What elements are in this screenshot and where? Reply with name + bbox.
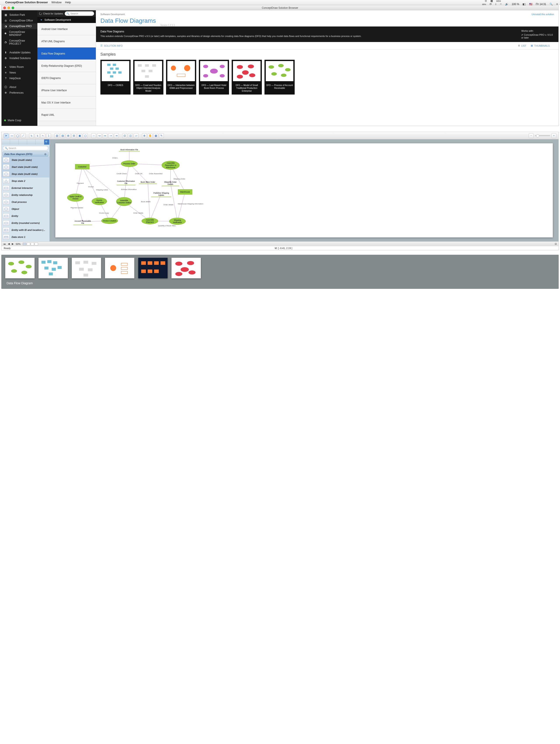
tab-thumbnails[interactable]: ▦THUMBNAILS <box>531 44 550 47</box>
template-thumb-2[interactable] <box>39 258 68 278</box>
minimize-icon[interactable] <box>7 7 10 9</box>
sample-card[interactable]: DFD — Model of Small Traditional Product… <box>232 60 262 95</box>
tool-align1[interactable]: ▥ <box>54 133 59 138</box>
sidebar-item[interactable]: ◔ConceptDraw PROJECT <box>2 38 37 47</box>
battery-icon[interactable]: ▮▯ <box>523 3 526 6</box>
lib-tab-1[interactable] <box>2 139 10 145</box>
library-shape-row[interactable]: Object <box>2 206 49 213</box>
solution-list-item[interactable]: IDEF0 Diagrams <box>37 72 96 84</box>
dfd-datastore[interactable]: Shipping Order Details <box>162 181 179 186</box>
sample-card[interactable]: DFD — Interaction between IDMA and Prepr… <box>166 60 196 95</box>
tool-ellipse[interactable]: ◯ <box>15 133 20 138</box>
fit-icon[interactable]: ⊡ <box>555 243 557 245</box>
wifi-icon[interactable]: ⌔ <box>500 3 502 6</box>
close-icon[interactable]: ⊗ <box>44 152 47 156</box>
app-menu[interactable]: ConceptDraw Solution Browser <box>5 1 48 4</box>
template-thumb-1[interactable] <box>5 258 35 278</box>
dfd-entity[interactable]: Warehouse <box>178 189 192 194</box>
tool-arrow-style4[interactable]: ⇢ <box>108 133 113 138</box>
page-thumb-2[interactable] <box>27 243 30 245</box>
bluetooth-icon[interactable]: ᚼ <box>495 3 496 6</box>
sample-card[interactable]: DFD — Last Resort Hotel Book Room Proces… <box>199 60 229 95</box>
solution-list-item[interactable]: ATM UML Diagrams <box>37 35 96 47</box>
tool-ungroup[interactable]: ⊟ <box>72 133 76 138</box>
tool-align2[interactable]: ▤ <box>60 133 65 138</box>
library-shape-row[interactable]: Stop state (multi state) <box>2 171 49 178</box>
lib-tab-3[interactable] <box>18 139 27 145</box>
tool-front[interactable]: ▣ <box>77 133 82 138</box>
sidebar-item[interactable]: ⬇Available Updates <box>2 50 37 55</box>
zoom-value[interactable]: 50% <box>16 243 21 245</box>
lib-tab-5[interactable] <box>36 139 44 145</box>
tool-line[interactable]: ／ <box>21 133 26 138</box>
canvas-area[interactable]: CustomerWarehouseProcess OrderAssemble R… <box>50 139 558 241</box>
template-thumb-6[interactable] <box>171 258 201 278</box>
tool-connector2[interactable]: ↴ <box>35 133 40 138</box>
zoom-in-button[interactable]: ＋ <box>552 133 556 138</box>
category-header[interactable]: Software Development <box>37 17 96 23</box>
dfd-process[interactable]: Apply Credit to Invoice <box>67 194 84 201</box>
page-next[interactable]: ▶ <box>12 243 13 245</box>
dfd-datastore[interactable]: Book Store Order <box>139 181 157 184</box>
flag-icon[interactable]: 🇺🇸 <box>529 3 532 6</box>
library-shape-row[interactable]: State (multi state) <box>2 156 49 163</box>
dfd-datastore[interactable]: Customer Information File <box>117 180 135 185</box>
dfd-process[interactable]: Assemble Shipment <box>142 218 158 224</box>
dfd-process[interactable]: Assemble Requisition to Warehouse <box>162 161 179 170</box>
page-thumb-1[interactable] <box>23 243 26 245</box>
library-shape-row[interactable]: External interactor <box>2 184 49 191</box>
tool-arrow[interactable]: ➤ <box>4 133 8 138</box>
dfd-process[interactable]: Shipping Verification <box>169 218 186 225</box>
page-prev[interactable]: ◀ <box>8 243 10 245</box>
dfd-datastore[interactable]: Publisher Shipping Details <box>151 192 171 197</box>
library-shape-row[interactable]: Data store 1 <box>2 233 49 240</box>
tab-solution-info[interactable]: ☰SOLUTION INFO <box>101 44 123 47</box>
lib-tab-2[interactable] <box>10 139 18 145</box>
library-shape-row[interactable]: Stop state 2 <box>2 178 49 184</box>
library-shape-row[interactable]: Entity (rounded corners) <box>2 220 49 226</box>
tool-group[interactable]: ⊞ <box>66 133 71 138</box>
battery-text[interactable]: 100 % <box>512 3 519 6</box>
template-thumb-5[interactable] <box>138 258 167 278</box>
library-shape-row[interactable]: Entity with ID and location (... <box>2 226 49 233</box>
dfd-process[interactable]: Invoice Verification <box>92 197 107 205</box>
page-first[interactable]: ⏮ <box>3 243 6 245</box>
tab-list[interactable]: ≣LIST <box>518 44 526 47</box>
library-shape-row[interactable]: Start state (multi state) <box>2 163 49 171</box>
solution-list-item[interactable]: Android User Interface <box>37 23 96 35</box>
template-thumb-4[interactable] <box>105 258 134 278</box>
close-icon[interactable] <box>3 7 6 9</box>
dfd-datastore[interactable]: Book Information File <box>119 149 140 151</box>
sample-card[interactable]: DFD — Process of Account Receivable <box>265 60 295 95</box>
dfd-process[interactable]: Assemble Customer Orders <box>116 197 132 206</box>
sidebar-item[interactable]: ≡News <box>2 70 37 75</box>
tool-arrow-style3[interactable]: ↦ <box>103 133 108 138</box>
sidebar-item[interactable]: ▸Video Room <box>2 64 37 70</box>
library-shape-row[interactable]: Entity relationship <box>2 191 49 198</box>
library-shape-row[interactable]: Entity <box>2 213 49 220</box>
sidebar-item[interactable]: ✲Preferences <box>2 90 37 96</box>
page-thumb-4[interactable] <box>35 243 38 245</box>
grid-icon[interactable]: ▦ <box>490 0 493 2</box>
menu-help[interactable]: Help <box>65 1 71 4</box>
diagram-page[interactable]: CustomerWarehouseProcess OrderAssemble R… <box>55 143 553 237</box>
dfd-process[interactable]: Invoice Creation <box>101 218 118 224</box>
spotlight-icon[interactable]: 🔍 <box>550 3 553 6</box>
sync-icon[interactable]: ⟳ <box>489 3 492 6</box>
solution-list-item[interactable]: Mac OS X User Interface <box>37 97 96 109</box>
clock-icon[interactable]: ⊙ <box>485 0 487 2</box>
sidebar-item[interactable]: ?HelpDesk <box>2 75 37 81</box>
library-title[interactable]: Data flow diagram (DFD)⊗ <box>2 152 48 156</box>
zoom-out-button[interactable]: － <box>529 133 533 138</box>
template-thumb-3[interactable] <box>72 258 101 278</box>
volume-icon[interactable]: 🔊 <box>505 3 508 6</box>
tool-arrow-style1[interactable]: → <box>91 133 96 138</box>
search-input[interactable]: 🔍 Search <box>65 11 94 16</box>
page-thumb-3[interactable] <box>31 243 34 245</box>
uninstall-link[interactable]: Uninstall this solution <box>531 13 554 15</box>
library-shape-row[interactable]: Oval process <box>2 198 49 206</box>
sample-card[interactable]: DFD — CERES <box>101 60 131 95</box>
sample-card[interactable]: DFD — Coad and Yourdon Object Oriented A… <box>133 60 163 95</box>
menu-window[interactable]: Window <box>51 1 62 4</box>
tool-snap1[interactable]: ⊡ <box>122 133 127 138</box>
